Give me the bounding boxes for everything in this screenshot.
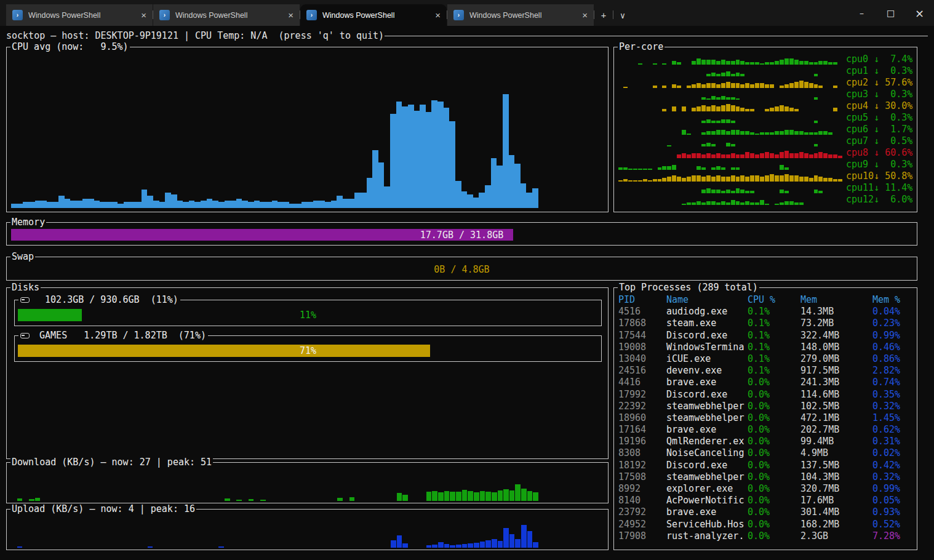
disk-usage-gauge: 11% [18, 309, 598, 321]
process-cell-memp: 0.42% [872, 460, 916, 471]
tab-windows-powershell-1[interactable]: ›Windows PowerShell× [6, 4, 153, 26]
process-cell-memp: 0.46% [872, 342, 916, 353]
tab-windows-powershell-3[interactable]: ›Windows PowerShell× [300, 4, 447, 26]
process-cell-cpu: 0.0% [748, 424, 800, 436]
process-cell-cpu: 0.0% [748, 483, 800, 495]
memory-panel: Memory 17.7GB / 31.8GB [6, 222, 917, 246]
core-sparkline [618, 124, 842, 135]
process-cell-memp: 0.99% [872, 483, 916, 495]
process-cell-name: WindowsTermina [666, 342, 748, 353]
tab-windows-powershell-2[interactable]: ›Windows PowerShell× [153, 4, 300, 26]
process-cell-name: steamwebhelper [666, 401, 748, 412]
disk-title-text: 102.3GB / 930.6GB (11%) [34, 294, 178, 306]
disk-gauge-label: 71% [18, 345, 598, 357]
app-header: socktop — host: DESKTOP-9P19121 | CPU Te… [6, 30, 928, 41]
tab-close-icon[interactable]: × [288, 10, 293, 20]
process-cell-pid: 17908 [618, 530, 666, 542]
process-cell-pid: 17992 [618, 389, 666, 401]
tab-close-icon[interactable]: × [141, 10, 146, 20]
core-sparkline [618, 89, 842, 100]
process-cell-pid: 24952 [618, 519, 666, 530]
process-cell-name: QmlRenderer.ex [666, 436, 748, 447]
maximize-button[interactable]: □ [876, 0, 905, 26]
core-row: cpu1 ↓ 0.3% [618, 65, 914, 76]
process-column-header: PID [618, 294, 666, 306]
window-controls: – □ × [847, 0, 934, 26]
process-cell-name: Discord.exe [666, 460, 748, 471]
process-cell-cpu: 0.0% [748, 377, 800, 388]
core-sparkline [618, 171, 842, 182]
process-cell-pid: 18192 [618, 460, 666, 471]
app-header-text: socktop — host: DESKTOP-9P19121 | CPU Te… [6, 30, 384, 41]
process-column-header: Name [666, 294, 748, 306]
core-label: cpu7 ↓ 0.5% [846, 135, 914, 146]
tab-windows-powershell-4[interactable]: ›Windows PowerShell× [447, 4, 594, 26]
swap-title: Swap [10, 251, 35, 263]
process-cell-name: Discord.exe [666, 330, 748, 342]
core-row: cpu10↓ 50.8% [618, 170, 914, 182]
process-cell-name: NoiseCanceling [666, 447, 748, 459]
disk-usage-gauge: 71% [18, 345, 598, 357]
process-cell-mem: 102.5MB [800, 401, 872, 412]
tab-label: Windows PowerShell [322, 11, 394, 20]
process-cell-mem: 472.1MB [800, 412, 872, 424]
process-cell-pid: 23792 [618, 506, 666, 518]
upload-title: Upload (KB/s) — now: 4 | peak: 16 [10, 503, 196, 515]
tab-close-icon[interactable]: × [435, 10, 441, 20]
core-label: cpu9 ↓ 0.3% [846, 159, 914, 170]
disk-gauge-label: 11% [18, 309, 598, 321]
process-cell-memp: 0.04% [872, 306, 916, 318]
cpu-avg-chart [11, 56, 604, 208]
core-sparkline [618, 183, 842, 193]
process-cell-cpu: 0.1% [748, 365, 800, 377]
tab-dropdown-button[interactable]: ∨ [613, 4, 632, 26]
process-cell-mem: 320.7MB [800, 483, 872, 495]
core-sparkline [618, 136, 842, 146]
core-label: cpu8 ↓ 60.6% [846, 147, 914, 158]
process-cell-mem: 148.0MB [800, 342, 872, 353]
powershell-icon: › [306, 10, 317, 20]
per-core-title: Per-core [618, 41, 665, 53]
core-row: cpu4 ↓ 30.0% [618, 100, 914, 111]
process-cell-cpu: 0.1% [748, 306, 800, 318]
process-cell-cpu: 0.0% [748, 412, 800, 424]
process-cell-mem: 241.3MB [800, 377, 872, 388]
process-cell-mem: 2.3GB [800, 530, 872, 542]
tab-close-icon[interactable]: × [582, 10, 588, 20]
process-cell-memp: 0.74% [872, 377, 916, 388]
process-cell-pid: 8308 [618, 447, 666, 459]
per-core-list: cpu0 ↓ 7.4%cpu1 ↓ 0.3%cpu2 ↓ 57.6%cpu3 ↓… [618, 53, 914, 210]
process-cell-cpu: 0.0% [748, 471, 800, 483]
process-cell-pid: 4416 [618, 377, 666, 388]
swap-gauge-label: 0B / 4.8GB [11, 263, 912, 275]
process-cell-pid: 19008 [618, 342, 666, 353]
cpu-avg-title: CPU avg (now: 9.5%) [10, 41, 130, 53]
close-button[interactable]: × [905, 0, 934, 26]
process-cell-memp: 0.62% [872, 424, 916, 436]
new-tab-button[interactable]: + [594, 4, 613, 26]
core-label: cpu12↓ 6.0% [846, 194, 914, 205]
process-cell-memp: 0.35% [872, 389, 916, 401]
minimize-button[interactable]: – [847, 0, 876, 26]
process-cell-pid: 8140 [618, 495, 666, 506]
process-cell-name: brave.exe [666, 424, 748, 436]
disk-gauge-panel: 102.3GB / 930.6GB (11%)11% [14, 300, 602, 326]
core-sparkline [618, 66, 842, 76]
process-cell-memp: 0.02% [872, 447, 916, 459]
process-cell-name: explorer.exe [666, 483, 748, 495]
core-sparkline [618, 101, 842, 111]
core-label: cpu2 ↓ 57.6% [846, 77, 914, 88]
core-label: cpu1 ↓ 0.3% [846, 65, 914, 76]
process-cell-cpu: 0.1% [748, 330, 800, 342]
process-cell-memp: 0.52% [872, 519, 916, 530]
swap-gauge: 0B / 4.8GB [11, 263, 912, 275]
terminal-window: ›Windows PowerShell×›Windows PowerShell×… [0, 0, 934, 560]
header-rule [385, 36, 928, 36]
tab-label: Windows PowerShell [469, 11, 541, 20]
process-cell-mem: 322.4MB [800, 330, 872, 342]
core-label: cpu6 ↓ 1.7% [846, 124, 914, 135]
disks-title: Disks [10, 282, 41, 294]
process-cell-pid: 8992 [618, 483, 666, 495]
core-row: cpu11↓ 11.4% [618, 182, 914, 193]
core-row: cpu7 ↓ 0.5% [618, 135, 914, 146]
